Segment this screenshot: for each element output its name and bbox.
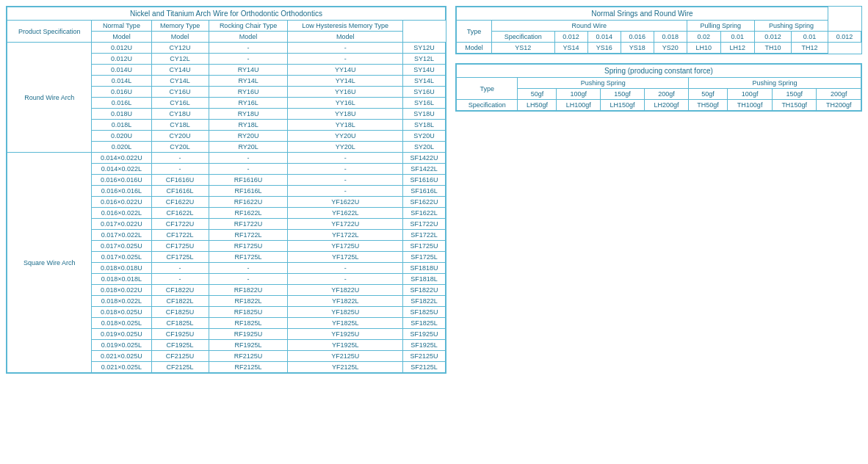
table-cell: RY20U: [209, 131, 288, 142]
table-cell: RF1825L: [209, 318, 288, 329]
main-container: Nickel and Titanium Arch Wire for Orthod…: [6, 6, 862, 374]
br-col-header: 150gf: [601, 89, 645, 100]
table-cell: RF1822U: [209, 285, 288, 296]
br-pushing1-label: Pushing Spring: [518, 78, 688, 89]
memory-type-header: Memory Type: [151, 21, 209, 32]
table-cell: RF2125L: [209, 362, 288, 373]
table-cell: YF1622U: [288, 197, 402, 208]
table-cell: SY12L: [402, 54, 445, 65]
table-cell: CY18L: [151, 120, 209, 131]
table-cell: SY12U: [402, 43, 445, 54]
br-spec-cell: TH200gf: [817, 100, 861, 111]
table-cell: CY16L: [151, 98, 209, 109]
table-cell: SY20U: [402, 131, 445, 142]
br-spec-cell: LH200gf: [645, 100, 689, 111]
table-cell: 0.018×0.018L: [92, 274, 151, 285]
table-cell: CF1616U: [151, 175, 209, 186]
br-spec-cell: LH150gf: [601, 100, 645, 111]
table-cell: RF1725L: [209, 252, 288, 263]
table-cell: -: [151, 153, 209, 164]
table-cell: CY20L: [151, 142, 209, 153]
table-cell: 0.017×0.022U: [92, 219, 151, 230]
table-cell: 0.018×0.018U: [92, 263, 151, 274]
table-cell: 0.018×0.022U: [92, 285, 151, 296]
table-cell: SF1722L: [402, 230, 445, 241]
bottom-right-table: Spring (producing constant force) Type P…: [456, 64, 861, 111]
table-cell: YF2125L: [288, 362, 402, 373]
table-cell: 0.014×0.022U: [92, 153, 151, 164]
br-col-header: 200gf: [645, 89, 689, 100]
table-cell: YY18U: [288, 109, 402, 120]
table-cell: SF2125L: [402, 362, 445, 373]
tr-spec-label: Specification: [491, 32, 554, 43]
product-spec-header: Product Specification: [7, 21, 92, 43]
top-right-table-wrapper: Normal Srings and Round Wire Type Round …: [455, 6, 862, 54]
table-cell: -: [288, 263, 402, 274]
table-cell: CF1722U: [151, 219, 209, 230]
table-cell: YF1925L: [288, 340, 402, 351]
table-cell: CY16U: [151, 87, 209, 98]
table-cell: YY14U: [288, 65, 402, 76]
tr-col-header: 0.014: [587, 32, 621, 43]
table-cell: YY20L: [288, 142, 402, 153]
table-cell: -: [209, 164, 288, 175]
table-cell: RF1825U: [209, 307, 288, 318]
tr-col-header: 0.01: [720, 32, 754, 43]
table-cell: -: [288, 186, 402, 197]
table-cell: SF1822L: [402, 296, 445, 307]
table-cell: SY14L: [402, 76, 445, 87]
table-cell: YF1725U: [288, 241, 402, 252]
table-cell: RF1725U: [209, 241, 288, 252]
br-col-header: 50gf: [518, 89, 557, 100]
tr-col-header: 0.016: [621, 32, 654, 43]
table-cell: CF1925L: [151, 340, 209, 351]
table-cell: 0.016L: [92, 98, 151, 109]
bottom-right-table-wrapper: Spring (producing constant force) Type P…: [455, 63, 862, 112]
table-cell: 0.016×0.016U: [92, 175, 151, 186]
table-cell: -: [288, 153, 402, 164]
table-cell: 0.016×0.022L: [92, 208, 151, 219]
table-cell: -: [288, 175, 402, 186]
table-cell: -: [209, 54, 288, 65]
table-cell: 0.017×0.025L: [92, 252, 151, 263]
table-cell: 0.019×0.025U: [92, 329, 151, 340]
table-cell: SY14U: [402, 65, 445, 76]
table-cell: YF1825U: [288, 307, 402, 318]
table-cell: CF1822U: [151, 285, 209, 296]
table-cell: CY14L: [151, 76, 209, 87]
rocking-chair-type-header: Rocking Chair Type: [209, 21, 288, 32]
table-cell: RF1925L: [209, 340, 288, 351]
table-cell: CF2125U: [151, 351, 209, 362]
table-cell: SF1825L: [402, 318, 445, 329]
table-cell: YY16L: [288, 98, 402, 109]
br-col-header: 100gf: [557, 89, 601, 100]
br-spec-label: Specification: [457, 100, 518, 111]
tr-round-wire-label: Round Wire: [491, 21, 687, 32]
table-cell: YF1925U: [288, 329, 402, 340]
table-cell: SY18U: [402, 109, 445, 120]
tr-col-header: 0.012: [754, 32, 791, 43]
table-cell: 0.016×0.016L: [92, 186, 151, 197]
table-cell: YF2125U: [288, 351, 402, 362]
table-cell: -: [209, 263, 288, 274]
table-cell: RY14L: [209, 76, 288, 87]
table-cell: SF1722U: [402, 219, 445, 230]
br-type-label: Type: [457, 78, 518, 100]
tr-model-cell: YS16: [587, 43, 621, 54]
br-col-header: 100gf: [728, 89, 773, 100]
model-header-2: Model: [151, 32, 209, 43]
table-cell: SF1925L: [402, 340, 445, 351]
table-cell: YY16U: [288, 87, 402, 98]
tr-col-header: 0.012: [554, 32, 587, 43]
br-col-header: 150gf: [772, 89, 817, 100]
tr-pulling-spring-label: Pulling Spring: [687, 21, 754, 32]
table-cell: SF1422U: [402, 153, 445, 164]
tr-model-label: Model: [457, 43, 492, 54]
table-cell: 0.021×0.025U: [92, 351, 151, 362]
table-cell: YF1722U: [288, 219, 402, 230]
tr-type-label: Type: [457, 21, 492, 43]
table-cell: CF1825L: [151, 318, 209, 329]
table-cell: YY20U: [288, 131, 402, 142]
table-cell: 0.016×0.022U: [92, 197, 151, 208]
table-cell: -: [151, 263, 209, 274]
